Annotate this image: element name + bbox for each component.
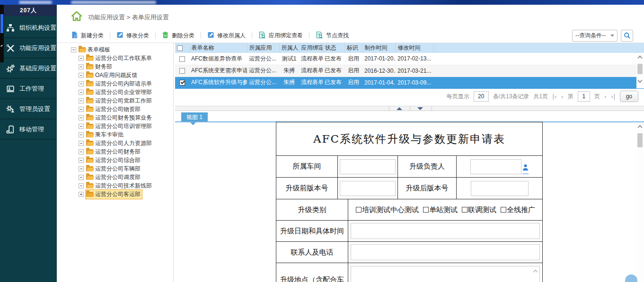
collapse-icon[interactable] xyxy=(79,73,84,78)
sidebar-item-admin-settings[interactable]: 管理员设置 xyxy=(0,99,57,120)
row-checkbox[interactable] xyxy=(179,68,185,74)
sidebar-item-org-settings[interactable]: 组织机构设置 xyxy=(0,18,57,38)
tree-item[interactable]: 运营分公司内部请示单 xyxy=(69,79,173,88)
pane-splitter[interactable] xyxy=(175,106,644,111)
tree-item[interactable]: 财务部 xyxy=(69,62,173,71)
collapse-icon[interactable] xyxy=(79,90,84,95)
table-row[interactable]: AFC数据差异协查单 运营分公... 测试1 流程表单 已发布 启用 2017-… xyxy=(175,53,644,65)
tree-item[interactable]: 运营分公司培训管理部 xyxy=(69,122,173,130)
toolbar-button-label: 新建分类 xyxy=(81,32,104,40)
table-row-selected[interactable]: AFC系统软件升级与参数更新... 运营分公... 朱搏 流程表单 已发布 启用… xyxy=(175,77,644,88)
collapse-icon[interactable] xyxy=(79,141,84,146)
tree-root-node[interactable]: 表单模板 xyxy=(69,45,173,54)
column-header[interactable]: 制作时间 xyxy=(362,43,396,53)
column-header[interactable]: 状态 xyxy=(323,43,344,53)
column-header[interactable]: 所属人 xyxy=(279,43,299,53)
scroll-corner-button[interactable] xyxy=(625,274,637,282)
per-page-input[interactable] xyxy=(474,91,489,102)
column-header[interactable]: 修改时间 xyxy=(396,43,433,53)
tree-item[interactable]: 运营分公司工作联系单 xyxy=(69,54,173,62)
collapsed-panel-strip[interactable] xyxy=(0,5,4,62)
collapse-icon[interactable] xyxy=(79,166,84,171)
collapse-icon[interactable] xyxy=(79,124,84,129)
collapse-icon[interactable] xyxy=(79,175,84,180)
checkbox-icon[interactable] xyxy=(501,207,506,213)
tree-item[interactable]: 运营分公司物资部 xyxy=(69,105,173,113)
sidebar-item-basic-settings[interactable]: 基础应用设置 xyxy=(0,59,57,79)
scrollbar-thumb[interactable] xyxy=(637,133,643,147)
row-checkbox[interactable] xyxy=(179,56,185,62)
table-row[interactable]: AFC系统变更需求申请表 运营分公... 朱搏 流程表单 已发布 启用 2016… xyxy=(175,65,644,77)
tree-item-selected[interactable]: 运营分公司客运部 xyxy=(69,190,173,198)
tree-item[interactable]: 运营分公司党群工作部 xyxy=(69,96,173,105)
delete-category-button[interactable]: 删除分类 xyxy=(162,31,194,40)
scroll-up-icon[interactable] xyxy=(638,56,643,60)
query-condition-dropdown[interactable]: --查询条件-- xyxy=(572,30,618,42)
splitter-collapse-up-button[interactable] xyxy=(397,107,402,110)
preview-scrollbar[interactable] xyxy=(636,123,644,281)
collapse-icon[interactable] xyxy=(79,149,84,154)
collapse-icon[interactable] xyxy=(71,47,76,52)
tree-item[interactable]: 运营分公司人力资源部 xyxy=(69,139,173,147)
scroll-down-icon[interactable] xyxy=(638,78,643,83)
expand-icon[interactable] xyxy=(79,192,84,197)
go-button[interactable]: go xyxy=(620,91,638,102)
tree-item[interactable]: 乘车卡审批 xyxy=(69,130,173,139)
tree-item[interactable]: 运营分公司综合部 xyxy=(69,156,173,164)
tree-item[interactable]: OA应用问题反馈 xyxy=(69,71,173,79)
collapse-icon[interactable] xyxy=(79,183,84,188)
workshop-input[interactable] xyxy=(340,159,396,174)
collapse-icon[interactable] xyxy=(79,115,84,120)
select-all-checkbox[interactable] xyxy=(177,45,183,51)
upgrade-datetime-input[interactable] xyxy=(351,223,540,239)
scroll-up-icon[interactable] xyxy=(533,270,538,274)
tree-item[interactable]: 运营分公司企业管理部 xyxy=(69,88,173,96)
checkbox-icon[interactable] xyxy=(462,207,468,213)
collapse-icon[interactable] xyxy=(79,81,84,86)
version-after-input[interactable] xyxy=(471,181,529,196)
view-tab[interactable]: 视图 1 xyxy=(181,112,208,122)
next-page-button[interactable]: › xyxy=(604,93,607,100)
version-before-input[interactable] xyxy=(340,181,396,196)
checkbox-icon[interactable] xyxy=(423,207,429,213)
binding-view-button[interactable]: 应用绑定查看 xyxy=(258,31,303,40)
scroll-up-icon[interactable] xyxy=(638,125,643,130)
last-page-button[interactable]: ›| xyxy=(611,93,616,100)
row-checkbox-checked[interactable] xyxy=(179,80,185,85)
prev-page-button[interactable]: ‹ xyxy=(561,93,564,100)
collapse-icon[interactable] xyxy=(79,158,84,163)
column-header[interactable]: 应用绑定 xyxy=(299,43,323,53)
tree-item[interactable]: 运营分公司调度部 xyxy=(69,173,173,181)
first-page-button[interactable]: |‹ xyxy=(552,93,557,100)
collapse-icon[interactable] xyxy=(79,132,84,137)
tree-item[interactable]: 运营分公司技术新线部 xyxy=(69,181,173,190)
tree-item[interactable]: 运营公司财务预算业务 xyxy=(69,113,173,122)
node-search-button[interactable]: 节点查找 xyxy=(316,31,349,40)
splitter-collapse-down-button[interactable] xyxy=(417,107,423,110)
sidebar-item-work-management[interactable]: 工作管理 xyxy=(0,79,57,99)
upgrade-owner-input[interactable] xyxy=(470,159,521,174)
collapse-icon[interactable] xyxy=(79,98,84,103)
tree-item[interactable]: 运营分公司财务部 xyxy=(69,147,173,156)
sidebar-item-mobile-management[interactable]: 移动管理 xyxy=(0,120,57,140)
collapse-icon[interactable] xyxy=(79,64,84,69)
contact-input[interactable] xyxy=(351,244,540,260)
person-picker-icon[interactable] xyxy=(522,164,529,174)
collapse-icon[interactable] xyxy=(79,107,84,112)
new-category-button[interactable]: 新建分类 xyxy=(71,31,104,40)
edit-category-button[interactable]: 修改分类 xyxy=(116,31,149,40)
tree-item[interactable]: 运营分公司车辆部 xyxy=(69,164,173,173)
home-icon[interactable] xyxy=(70,10,83,23)
search-button[interactable] xyxy=(621,30,633,42)
checkbox-icon[interactable] xyxy=(356,207,362,213)
column-header[interactable]: 所属应用 xyxy=(247,43,279,53)
column-header[interactable]: 表单名称 xyxy=(189,43,247,53)
column-header[interactable]: 标识 xyxy=(344,43,362,53)
table-scrollbar[interactable] xyxy=(636,54,644,88)
location-textarea[interactable] xyxy=(351,266,540,282)
scrollbar-thumb[interactable] xyxy=(637,64,643,74)
sidebar-item-function-settings[interactable]: 功能应用设置 xyxy=(0,38,57,59)
page-number-input[interactable] xyxy=(578,91,590,102)
collapse-icon[interactable] xyxy=(79,56,84,61)
edit-owner-button[interactable]: 修改所属人 xyxy=(207,31,246,40)
